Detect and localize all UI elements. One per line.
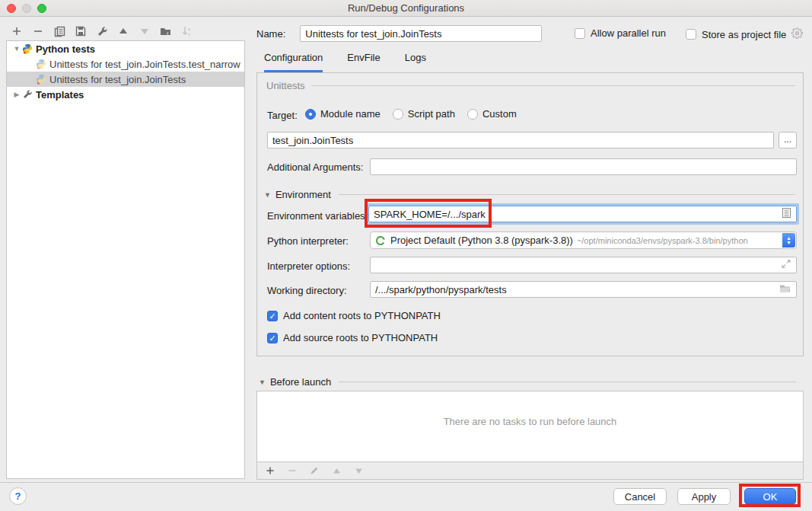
cancel-button[interactable]: Cancel [613, 488, 667, 505]
store-as-project-file-checkbox[interactable] [686, 29, 696, 40]
module-name-radio[interactable] [305, 109, 316, 120]
add-source-roots-label: Add source roots to PYTHONPATH [283, 332, 438, 343]
target-option-script-path[interactable]: Script path [393, 108, 455, 120]
tree-item-label: Unittests for test_join.JoinTests [49, 74, 186, 85]
target-option-custom[interactable]: Custom [467, 108, 517, 120]
combo-stepper-icon[interactable]: ▲▼ [782, 233, 795, 248]
add-source-roots-checkbox[interactable]: ✓ [267, 333, 278, 343]
custom-radio[interactable] [467, 109, 478, 120]
browse-folder-icon[interactable] [779, 284, 791, 295]
store-settings-gear-icon[interactable] [791, 27, 803, 41]
remove-task-icon[interactable] [286, 465, 298, 477]
working-directory-input[interactable] [370, 281, 797, 298]
tab-configuration[interactable]: Configuration [264, 52, 323, 72]
tab-logs[interactable]: Logs [405, 52, 426, 72]
add-source-roots-option[interactable]: ✓ Add source roots to PYTHONPATH [267, 332, 438, 343]
tree-item-label: Unittests for test_join.JoinTests.test_n… [49, 59, 240, 70]
allow-parallel-run-label: Allow parallel run [591, 27, 666, 39]
custom-label: Custom [482, 108, 517, 120]
window-controls [7, 4, 46, 13]
svg-text:a: a [188, 27, 191, 31]
configurations-tree: ▼ Python tests Unittests for test_join.J… [6, 40, 245, 479]
python-interpreter-select[interactable]: Project Default (Python 3.8 (pyspark-3.8… [370, 232, 797, 249]
configuration-tabs: Configuration EnvFile Logs [264, 52, 426, 72]
python-test-icon [36, 59, 46, 69]
before-launch-tasks-panel: There are no tasks to run before launch [256, 391, 804, 480]
tree-item-templates[interactable]: ▶ Templates [7, 87, 244, 102]
move-up-icon[interactable] [117, 25, 129, 37]
move-down-icon[interactable] [139, 25, 151, 37]
no-tasks-message: There are no tasks to run before launch [257, 416, 803, 427]
target-input[interactable] [267, 132, 774, 149]
name-input[interactable] [300, 25, 542, 42]
before-launch-section-header[interactable]: ▼ Before launch [259, 376, 804, 388]
move-task-down-icon[interactable] [352, 465, 365, 477]
add-task-icon[interactable] [264, 465, 276, 477]
minimize-window-button[interactable] [22, 4, 31, 13]
environment-variables-label: Environment variables: [267, 210, 368, 222]
python-interpreter-label: Python interpreter: [267, 235, 349, 247]
tree-item-python-tests[interactable]: ▼ Python tests [7, 41, 244, 56]
configuration-panel: Unittests Target: Module name Script pat… [256, 72, 804, 356]
python-interpreter-path: ~/opt/miniconda3/envs/pyspark-3.8/bin/py… [577, 236, 748, 245]
tab-envfile[interactable]: EnvFile [347, 52, 380, 72]
tree-item-test-narrow[interactable]: Unittests for test_join.JoinTests.test_n… [7, 56, 244, 72]
target-label: Target: [267, 110, 298, 121]
environment-section-label: Environment [275, 189, 331, 200]
run-debug-configurations-dialog: { "window": { "title": "Run/Debug Config… [0, 0, 812, 511]
ok-button[interactable]: OK [744, 488, 796, 505]
environment-section-header[interactable]: ▼ Environment [264, 189, 803, 200]
working-directory-label: Working directory: [267, 285, 347, 296]
edit-task-pencil-icon[interactable] [308, 465, 320, 477]
zoom-window-button[interactable] [37, 4, 46, 13]
expand-field-icon[interactable] [782, 260, 791, 271]
script-path-label: Script path [408, 108, 455, 120]
svg-text:z: z [188, 32, 190, 37]
save-configuration-icon[interactable] [75, 25, 87, 37]
name-label: Name: [256, 28, 285, 40]
allow-parallel-run-checkbox[interactable] [575, 28, 585, 39]
add-content-roots-checkbox[interactable]: ✓ [267, 311, 278, 321]
tree-item-label: Templates [36, 89, 84, 101]
chevron-down-icon[interactable]: ▼ [264, 191, 271, 199]
sort-configurations-icon[interactable]: a z [181, 25, 193, 37]
chevron-down-icon[interactable]: ▼ [11, 45, 22, 53]
templates-wrench-icon [22, 89, 33, 100]
target-radio-group: Module name Script path Custom [305, 108, 529, 120]
store-as-project-file-option[interactable]: Store as project file [686, 27, 803, 41]
allow-parallel-run-option[interactable]: Allow parallel run [575, 27, 666, 39]
store-as-project-file-label: Store as project file [702, 29, 786, 40]
additional-arguments-input[interactable] [370, 158, 797, 175]
chevron-down-icon[interactable]: ▼ [259, 378, 266, 386]
copy-configuration-icon[interactable] [53, 25, 65, 37]
unittests-group-label: Unittests [257, 80, 311, 91]
unittests-group-header: Unittests [257, 80, 803, 91]
title-bar: Run/Debug Configurations [0, 0, 812, 17]
add-content-roots-label: Add content roots to PYTHONPATH [283, 310, 441, 321]
before-launch-toolbar [257, 461, 803, 479]
new-folder-icon[interactable] [160, 25, 172, 37]
remove-configuration-icon[interactable] [32, 25, 44, 37]
edit-templates-wrench-icon[interactable] [96, 25, 108, 37]
add-configuration-icon[interactable] [11, 25, 23, 37]
interpreter-options-input[interactable] [370, 257, 797, 273]
browse-target-button[interactable]: ... [779, 132, 797, 149]
divider [339, 194, 795, 195]
window-title: Run/Debug Configurations [348, 2, 464, 14]
additional-arguments-label: Additional Arguments: [267, 161, 363, 173]
chevron-right-icon[interactable]: ▶ [11, 91, 22, 98]
tree-item-jointests-selected[interactable]: Unittests for test_join.JoinTests [7, 72, 244, 87]
close-window-button[interactable] [7, 4, 16, 13]
add-content-roots-option[interactable]: ✓ Add content roots to PYTHONPATH [267, 310, 441, 321]
target-option-module-name[interactable]: Module name [305, 108, 381, 120]
divider [0, 482, 812, 483]
python-tests-icon [22, 43, 33, 54]
script-path-radio[interactable] [393, 109, 403, 120]
edit-environment-variables-icon[interactable] [782, 208, 791, 220]
move-task-up-icon[interactable] [330, 465, 342, 477]
divider [339, 382, 796, 382]
environment-variables-input[interactable] [368, 206, 797, 222]
apply-button[interactable]: Apply [677, 488, 731, 505]
help-button[interactable]: ? [9, 487, 27, 505]
divider [311, 85, 795, 86]
